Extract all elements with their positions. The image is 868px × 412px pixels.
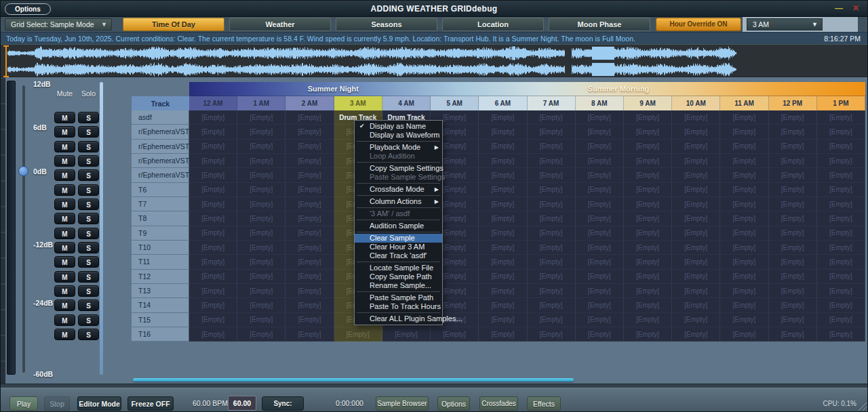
mute-button-track-3[interactable]: M [54, 141, 75, 152]
grid-cell[interactable]: [Empty] [285, 241, 334, 255]
grid-cell[interactable]: [Empty] [189, 197, 237, 211]
hour-header-5-am[interactable]: 5 AM [431, 96, 479, 110]
grid-cell[interactable]: [Empty] [720, 284, 768, 298]
editor-mode-button[interactable]: Editor Mode [77, 396, 121, 411]
grid-cell[interactable]: [Empty] [237, 327, 285, 342]
grid-cell[interactable]: [Empty] [672, 241, 720, 255]
mute-button-track-15[interactable]: M [54, 314, 75, 326]
grid-cell[interactable]: [Empty] [672, 140, 720, 154]
grid-cell[interactable]: [Empty] [479, 313, 527, 327]
track-name-cell[interactable]: T15 [132, 313, 189, 327]
grid-cell[interactable]: [Empty] [528, 183, 576, 197]
grid-cell[interactable]: [Empty] [576, 168, 624, 182]
grid-cell[interactable]: [Empty] [720, 183, 768, 197]
hour-header-6-am[interactable]: 6 AM [479, 96, 527, 110]
grid-cell[interactable]: [Empty] [528, 125, 576, 139]
grid-cell[interactable]: [Empty] [672, 154, 720, 168]
grid-cell[interactable]: [Empty] [624, 284, 672, 298]
grid-horizontal-scrollbar[interactable] [133, 378, 574, 382]
grid-cell[interactable]: [Empty] [720, 110, 768, 125]
grid-cell[interactable]: [Empty] [576, 226, 624, 241]
grid-cell[interactable]: [Empty] [189, 140, 237, 154]
grid-cell[interactable]: [Empty] [237, 183, 285, 197]
track-name-cell[interactable]: T16 [132, 327, 189, 342]
titlebar-options-button[interactable]: Options [5, 3, 51, 15]
grid-cell[interactable]: [Empty] [285, 197, 334, 211]
grid-cell[interactable]: [Empty] [624, 154, 672, 168]
menu-item-clear-sample[interactable]: Clear Sample [355, 234, 442, 243]
menu-item-display-as-waveform[interactable]: Display as Waveform [355, 131, 442, 140]
grid-cell[interactable]: [Empty] [479, 270, 527, 284]
grid-cell[interactable]: [Empty] [528, 241, 576, 255]
grid-cell[interactable]: [Empty] [720, 270, 768, 284]
master-volume-handle[interactable] [18, 166, 28, 176]
track-name-cell[interactable]: r/EphemeraVST [132, 140, 189, 154]
grid-cell[interactable]: [Empty] [817, 327, 865, 342]
solo-button-track-5[interactable]: S [78, 169, 99, 181]
grid-cell[interactable]: [Empty] [528, 298, 576, 312]
grid-cell[interactable]: [Empty] [237, 140, 285, 154]
hour-header-10-am[interactable]: 10 AM [672, 96, 720, 110]
grid-cell[interactable]: [Empty] [528, 168, 576, 182]
mute-button-track-9[interactable]: M [54, 228, 75, 239]
grid-cell[interactable]: [Empty] [720, 154, 768, 168]
menu-item-clear-track-asdf[interactable]: Clear Track 'asdf' [355, 251, 442, 260]
grid-cell[interactable]: [Empty] [576, 125, 624, 139]
solo-button-track-1[interactable]: S [78, 112, 99, 123]
grid-cell[interactable]: [Empty] [769, 168, 817, 182]
hour-override-button[interactable]: Hour Override ON [656, 18, 741, 31]
mute-button-track-6[interactable]: M [54, 184, 75, 196]
track-name-cell[interactable]: T11 [132, 255, 189, 269]
grid-cell[interactable]: [Empty] [720, 226, 768, 241]
grid-cell[interactable]: [Empty] [576, 255, 624, 269]
mute-button-track-2[interactable]: M [54, 126, 75, 138]
hour-header-2-am[interactable]: 2 AM [285, 96, 334, 110]
tab-time-of-day[interactable]: Time Of Day [123, 18, 224, 31]
menu-item-crossfade-mode[interactable]: Crossfade Mode▶ [355, 185, 442, 194]
grid-cell[interactable]: [Empty] [576, 327, 624, 342]
grid-cell[interactable]: [Empty] [237, 154, 285, 168]
solo-button-track-14[interactable]: S [78, 300, 99, 311]
grid-select-dropdown[interactable]: Grid Select: Sample Mode ▼ [5, 18, 112, 30]
grid-cell[interactable]: [Empty] [334, 327, 382, 342]
grid-cell[interactable]: [Empty] [672, 270, 720, 284]
grid-cell[interactable]: [Empty] [672, 313, 720, 327]
grid-cell[interactable]: [Empty] [624, 241, 672, 255]
grid-cell[interactable]: [Empty] [576, 154, 624, 168]
options-button[interactable]: Options [437, 396, 470, 411]
grid-cell[interactable]: [Empty] [817, 255, 865, 269]
grid-cell[interactable]: [Empty] [769, 270, 817, 284]
solo-button-track-13[interactable]: S [78, 285, 99, 297]
mute-button-track-11[interactable]: M [54, 256, 75, 268]
grid-cell[interactable]: [Empty] [528, 226, 576, 241]
grid-cell[interactable]: [Empty] [189, 298, 237, 312]
close-icon[interactable]: ✕ [852, 1, 859, 16]
grid-cell[interactable]: [Empty] [817, 168, 865, 182]
track-name-cell[interactable]: asdf [132, 110, 189, 125]
track-name-cell[interactable]: T8 [132, 211, 189, 226]
master-volume-slider[interactable] [22, 85, 25, 373]
grid-cell[interactable]: [Empty] [769, 313, 817, 327]
hour-header-11-am[interactable]: 11 AM [720, 96, 768, 110]
grid-cell[interactable]: [Empty] [285, 298, 334, 312]
grid-cell[interactable]: [Empty] [624, 183, 672, 197]
grid-cell[interactable]: [Empty] [285, 226, 334, 241]
grid-cell[interactable]: [Empty] [189, 110, 237, 125]
grid-cell[interactable]: [Empty] [769, 327, 817, 342]
grid-cell[interactable]: [Empty] [769, 110, 817, 125]
grid-cell[interactable]: [Empty] [769, 255, 817, 269]
grid-cell[interactable]: [Empty] [189, 313, 237, 327]
grid-cell[interactable]: [Empty] [479, 284, 527, 298]
grid-cell[interactable]: [Empty] [817, 183, 865, 197]
grid-cell[interactable]: [Empty] [237, 226, 285, 241]
grid-cell[interactable]: [Empty] [189, 211, 237, 226]
tab-weather[interactable]: Weather [229, 18, 331, 31]
tab-location[interactable]: Location [442, 18, 544, 31]
grid-cell[interactable]: [Empty] [237, 255, 285, 269]
grid-cell[interactable]: [Empty] [624, 197, 672, 211]
grid-cell[interactable]: [Empty] [189, 270, 237, 284]
grid-cell[interactable]: [Empty] [817, 226, 865, 241]
grid-cell[interactable]: [Empty] [528, 327, 576, 342]
solo-button-track-6[interactable]: S [78, 184, 99, 196]
grid-cell[interactable]: [Empty] [528, 270, 576, 284]
